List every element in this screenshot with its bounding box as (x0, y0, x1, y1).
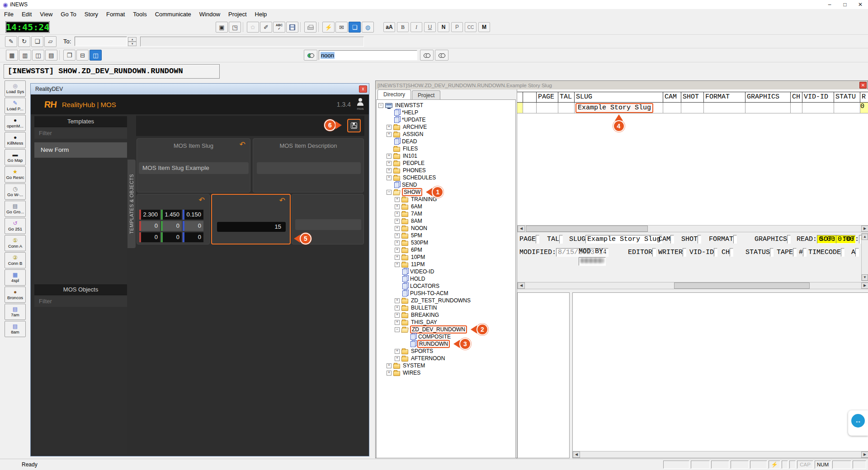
copy-story-icon[interactable]: ❏ (31, 36, 43, 47)
format-button[interactable]: N (438, 22, 449, 32)
format-button[interactable]: M (478, 22, 490, 32)
tree-item[interactable]: FILES (377, 145, 515, 152)
shortcut-button[interactable]: ▦ 4spl (5, 269, 26, 286)
to-input[interactable] (75, 37, 127, 46)
tree-expander[interactable]: + (395, 204, 400, 209)
tree-item[interactable]: LOCATORS (377, 282, 515, 290)
story-body-left-panel[interactable] (517, 292, 570, 458)
rundown-story-row[interactable]: Example Story Slug 4 0 (517, 103, 868, 113)
shortcut-button[interactable]: ▤ 7am (5, 304, 26, 320)
scrollbar-thumb[interactable] (526, 226, 648, 232)
recover-icon[interactable]: ▱ (44, 36, 57, 47)
form-page-input[interactable] (536, 235, 539, 244)
tree-item[interactable]: + ARCHIVE (377, 123, 515, 131)
save-template-button[interactable] (347, 119, 361, 132)
tree-item[interactable]: + 11PM (377, 261, 515, 268)
matrix-cell-y[interactable]: 0 (161, 232, 182, 242)
maximize-button[interactable]: □ (837, 0, 853, 9)
browse-icon[interactable]: ◍ (362, 22, 374, 33)
scroll-up-arrow[interactable]: ▲ (862, 234, 868, 240)
tree-item[interactable]: − ZD_DEV_RUNDOWN 2 (377, 326, 515, 333)
close-button[interactable]: ✕ (853, 0, 868, 9)
shortcut-button[interactable]: ▤ Go Gro... (5, 201, 26, 217)
tree-item[interactable]: VIDEO-ID (377, 268, 515, 275)
tree-expander[interactable]: + (395, 320, 400, 325)
row-select-cell[interactable] (517, 103, 523, 113)
menu-item[interactable]: Project (224, 9, 250, 20)
scroll-right-arrow[interactable]: ▶ (861, 282, 868, 289)
find-next-button[interactable] (420, 50, 434, 61)
cascade-windows-icon[interactable]: ❐ (63, 50, 75, 61)
layout-two-pane-icon[interactable]: ◫ (32, 50, 44, 61)
templates-filter-input[interactable]: Filter (34, 128, 127, 139)
mos-item-description-input[interactable] (257, 162, 361, 174)
rundown-window-titlebar[interactable]: [INEWSTST]SHOW.ZD_DEV_RUNDOWN.RUNDOWN.Ex… (376, 81, 868, 89)
tree-item[interactable]: + 7AM (377, 210, 515, 217)
grid-horizontal-scrollbar[interactable]: ◀ ▶ (517, 225, 868, 232)
tree-item[interactable]: + 10PM (377, 254, 515, 261)
format-button[interactable]: P (451, 22, 463, 32)
menu-item[interactable]: Tools (129, 9, 151, 20)
tree-expander[interactable]: + (395, 262, 400, 267)
minimize-button[interactable]: – (822, 0, 837, 9)
undo-icon[interactable]: ↶ (199, 197, 205, 204)
format-button[interactable]: U (424, 22, 436, 32)
scroll-left-arrow[interactable]: ◀ (573, 451, 580, 458)
search-input[interactable]: noon (319, 50, 417, 60)
grid-col-graphics[interactable]: GRAPHICS (745, 92, 791, 102)
form-tal-input[interactable] (559, 235, 563, 244)
toolbar-button[interactable] (300, 22, 302, 32)
tree-item[interactable]: + TRAINING (377, 196, 515, 203)
tree-expander[interactable]: + (395, 306, 400, 310)
mos-item-slug-input[interactable]: MOS Item Slug Example (139, 162, 249, 174)
shortcut-button[interactable]: ✎ Load P... (5, 98, 26, 114)
row-ch-cell[interactable] (791, 103, 802, 113)
mail-icon[interactable]: ✉ (335, 22, 348, 33)
tree-expander[interactable]: + (395, 356, 400, 361)
to-spin-up[interactable]: ▲ (128, 37, 137, 42)
tree-expander[interactable]: + (395, 298, 400, 303)
tree-item[interactable]: PUSH-TO-ACM (377, 290, 515, 297)
layout-columns-icon[interactable]: ▥ (19, 50, 31, 61)
tree-expander[interactable]: + (395, 240, 400, 245)
tree-item[interactable]: + PEOPLE (377, 160, 515, 167)
matrix-cell-x[interactable]: 0 (139, 232, 160, 242)
scroll-down-arrow[interactable]: ▼ (862, 274, 868, 281)
tree-expander[interactable]: + (387, 371, 392, 376)
layout-rows-icon[interactable]: ▤ (45, 50, 57, 61)
story-view-icon[interactable]: ❏ (349, 22, 361, 33)
grid-col-shot[interactable]: SHOT (681, 92, 704, 102)
menu-item[interactable]: Go To (57, 9, 80, 20)
tree-expander[interactable]: + (395, 349, 400, 354)
menu-item[interactable]: File (0, 9, 18, 20)
tree-expander[interactable]: + (387, 154, 392, 159)
tree-expander[interactable]: + (395, 233, 400, 238)
form-format-input[interactable] (733, 235, 737, 244)
form-tape-input[interactable] (793, 248, 797, 257)
grid-col-ch[interactable]: CH (791, 92, 802, 102)
tree-expander[interactable]: + (395, 255, 400, 260)
shortcut-button[interactable]: ◷ Go W-... (5, 183, 26, 200)
tree-item[interactable]: SEND (377, 181, 515, 188)
menu-item[interactable]: Story (80, 9, 102, 20)
shortcut-button[interactable]: ★ Go Resrc (5, 166, 26, 183)
scroll-left-arrow[interactable]: ◀ (518, 282, 525, 289)
grid-col-read[interactable]: R (860, 92, 868, 102)
tree-item[interactable]: + WIRES (377, 369, 515, 376)
form-shot-input[interactable] (698, 235, 701, 244)
shortcut-button[interactable]: ● Broncos (5, 287, 26, 303)
undo-icon[interactable]: ↶ (279, 197, 285, 204)
matrix-cell-x[interactable]: 2.300 (139, 210, 160, 220)
to-spin-down[interactable]: ▼ (128, 42, 137, 46)
story-body-panel[interactable]: ◀ ▶ (572, 292, 868, 458)
undo-icon[interactable]: ↶ (240, 141, 245, 148)
menu-item[interactable]: Window (195, 9, 224, 20)
format-button[interactable]: aA (383, 22, 395, 32)
row-cam-cell[interactable] (663, 103, 681, 113)
row-vidid-cell[interactable] (802, 103, 834, 113)
tree-expander[interactable]: + (395, 248, 400, 253)
new-story-icon[interactable]: ✎ (5, 36, 17, 47)
form-air-input[interactable] (855, 248, 859, 257)
tree-item[interactable]: + 5PM (377, 232, 515, 239)
tree-item[interactable]: + NOON (377, 225, 515, 232)
